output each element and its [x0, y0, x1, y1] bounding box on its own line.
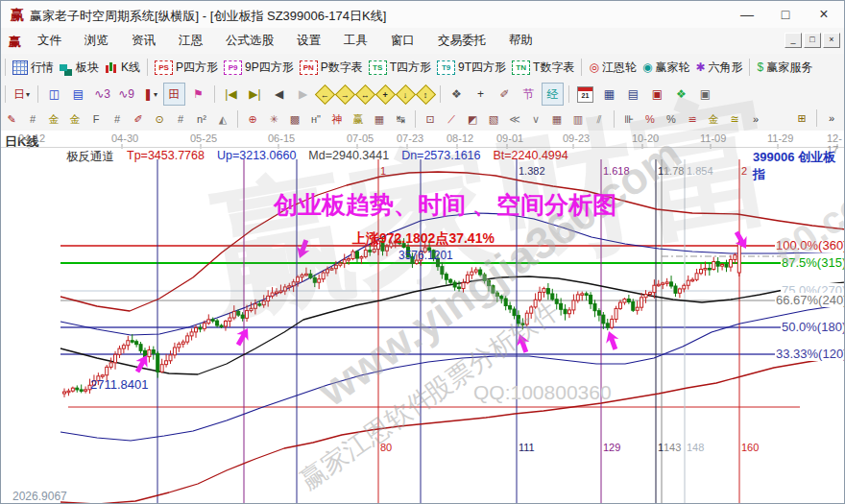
gold-grid-1-button[interactable]: 金	[44, 109, 63, 129]
f10-info-button[interactable]: ▤	[67, 83, 89, 106]
jump-down-diamond-button[interactable]: ↓	[396, 84, 416, 104]
crosshair-tool-button[interactable]: +	[470, 83, 492, 106]
expand-v-diamond-button[interactable]: ↕	[416, 84, 436, 104]
measure-tool-button[interactable]: ✐	[494, 83, 516, 106]
hand-tool-button[interactable]: ❖	[446, 83, 468, 106]
shen-grid-button[interactable]: 神	[327, 109, 347, 129]
calendar-button[interactable]: 21	[574, 83, 596, 106]
grid-panel-button[interactable]: ⊞	[792, 108, 811, 128]
pagoda-tool-button[interactable]: 节	[518, 83, 540, 106]
toolbar-button-winner-service[interactable]: $赢家服务	[754, 60, 815, 76]
next-bar-button[interactable]: ▶	[292, 83, 314, 106]
angle-tool-button[interactable]: ◭	[213, 109, 232, 129]
gann-target-button[interactable]: ⊕	[243, 109, 262, 129]
expand-h-diamond-button[interactable]: ↔	[355, 84, 375, 104]
angle-lines-tool-button[interactable]: ≪	[505, 109, 524, 129]
kline-area-button[interactable]: 田	[163, 83, 185, 106]
cycle-tool-button[interactable]: 经	[542, 83, 564, 106]
minimize-button[interactable]: —	[733, 5, 761, 24]
n2-tool-button[interactable]: n²	[192, 109, 211, 129]
9t-square-label: 9T四方形	[458, 60, 506, 76]
width-tool-button[interactable]: ↹	[391, 109, 410, 129]
chart-window-button[interactable]: ◫	[43, 83, 65, 106]
f-grid-button[interactable]: F	[86, 109, 106, 129]
toolbar-button-9t-square[interactable]: T99T四方形	[434, 60, 509, 76]
dense-grid-button[interactable]: ▦	[370, 109, 389, 129]
toolbar-button-winner-wheel[interactable]: ◉赢家轮	[640, 60, 692, 76]
menu-item-help[interactable]: 帮助	[497, 33, 544, 49]
toolbar-button-p-number-table[interactable]: PNP数字表	[297, 60, 366, 76]
jump-left-diamond-button[interactable]: ←	[315, 84, 335, 104]
calculator-button[interactable]: ▦	[598, 83, 620, 106]
scale-tool-button[interactable]: ⊪	[619, 109, 639, 129]
shaded-box-tool-button[interactable]: ◩	[463, 109, 482, 129]
box-tool-button[interactable]: ⊡	[421, 109, 440, 129]
percent-line-tool-button[interactable]: %	[640, 109, 660, 129]
line-grid-button[interactable]: #	[171, 109, 190, 129]
mdi-minimize-button[interactable]: _	[785, 33, 802, 48]
toolbar-button-p-square[interactable]: PSP四方形	[152, 60, 221, 76]
pen-tool-2-button[interactable]: ✐	[129, 109, 148, 129]
s-grid-button[interactable]: #	[108, 109, 127, 129]
wave-3-button[interactable]: ∿3	[91, 83, 113, 106]
toolbar-button-t-number-table[interactable]: TNT数字表	[509, 60, 577, 76]
circle-grid-button[interactable]: ⊙	[150, 109, 169, 129]
fan-tool-button[interactable]: ⟋	[442, 109, 461, 129]
slash-tool-button[interactable]: ⫽	[590, 109, 609, 129]
mdi-close-button[interactable]: ×	[823, 33, 840, 48]
menu-item-trade[interactable]: 交易委托	[426, 33, 497, 49]
maximize-button[interactable]: □	[771, 5, 800, 24]
grid2-tool-button[interactable]: ▦	[547, 109, 567, 129]
candle-body	[181, 342, 184, 344]
kline-chart-canvas[interactable]	[1, 131, 845, 504]
shade-grid-button[interactable]: ▩	[285, 109, 304, 129]
gold-grid-2-button[interactable]: 金	[65, 109, 84, 129]
menu-item-window[interactable]: 窗口	[379, 33, 426, 49]
toolbar-button-gann-wheel[interactable]: ◎江恩轮	[586, 60, 639, 76]
toolbar-button-quotes[interactable]: 行情	[10, 60, 57, 76]
percent-tool-button[interactable]: %	[662, 109, 681, 129]
more-right-button[interactable]: »	[822, 108, 841, 128]
gold-line-tool-button[interactable]: ≊	[725, 109, 744, 129]
menu-item-browse[interactable]: 浏览	[73, 33, 120, 49]
toolbar-button-t-square[interactable]: TST四方形	[366, 60, 434, 76]
k-mark-button[interactable]: ʜ"	[306, 109, 326, 129]
gann-grid-1-button[interactable]: #	[23, 109, 42, 129]
toolbar-button-kline[interactable]: K线	[102, 60, 143, 76]
last-page-button[interactable]: ▶|	[244, 83, 266, 106]
toolbar-button-hexagon[interactable]: ✱六角形	[692, 60, 745, 76]
candle-style-button[interactable]: ❚▾	[139, 83, 161, 106]
grid-box-tool-button[interactable]: ▧	[484, 109, 503, 129]
v-tool-button[interactable]: ∨	[526, 109, 545, 129]
mdi-restore-button[interactable]: □	[804, 33, 821, 48]
prev-bar-button[interactable]: ◀	[268, 83, 290, 106]
jump-right-diamond-button[interactable]: →	[335, 84, 355, 104]
grid3-tool-button[interactable]: ▥	[568, 109, 588, 129]
share-button[interactable]: ❖	[670, 83, 692, 106]
star-tool-button[interactable]: ✳	[264, 109, 283, 129]
first-page-button[interactable]: |◀	[220, 83, 242, 106]
candle-body	[114, 354, 117, 363]
candle-body	[708, 268, 711, 270]
notes-button[interactable]: ▤	[622, 83, 644, 106]
menu-item-formula-pick[interactable]: 公式选股	[214, 33, 285, 49]
toolbar-button-sectors[interactable]: 板块	[57, 60, 102, 76]
menu-item-file[interactable]: 文件	[26, 33, 73, 49]
save-button[interactable]: ▣	[646, 83, 668, 106]
close-button[interactable]: ×	[809, 5, 838, 24]
flag-mark-button[interactable]: ⚑	[187, 83, 209, 106]
menu-item-news[interactable]: 资讯	[120, 33, 167, 49]
pen-tool-button[interactable]: ✎	[2, 109, 21, 129]
menu-item-gann[interactable]: 江恩	[167, 33, 214, 49]
toolbar-button-9p-square[interactable]: P99P四方形	[221, 60, 297, 76]
menu-item-settings[interactable]: 设置	[285, 33, 332, 49]
kline-period-button[interactable]: 日▾	[11, 83, 33, 106]
expand-all-diamond-button[interactable]: +	[375, 84, 396, 104]
win-grid-button[interactable]: 赢	[349, 109, 368, 129]
service-cart-button[interactable]: ▣	[694, 83, 716, 106]
percent-eq-tool-button[interactable]: ≌	[683, 109, 702, 129]
more-left-button[interactable]: »	[746, 109, 765, 129]
wave-9-button[interactable]: ∿9	[115, 83, 137, 106]
menu-item-tools[interactable]: 工具	[332, 33, 379, 49]
gold-circle-tool-button[interactable]: 金	[704, 109, 723, 129]
